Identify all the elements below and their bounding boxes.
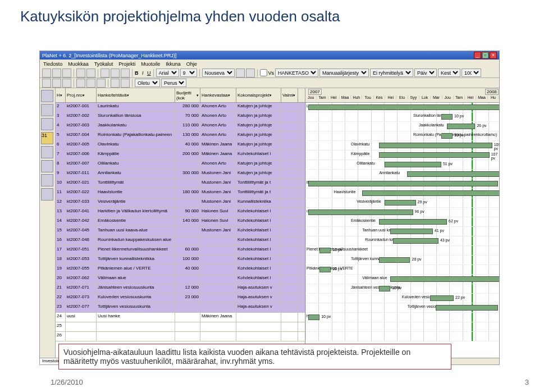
- tool-icon[interactable]: [86, 79, 95, 88]
- font-select[interactable]: Arial: [156, 69, 179, 77]
- table-row[interactable]: 20kt2007-062Välimaan alueKohdekohtaiset …: [56, 275, 305, 284]
- table-row[interactable]: 24uusiUusi hankeMäkinen Jaana: [56, 313, 305, 322]
- tool-icon[interactable]: [62, 69, 71, 78]
- tool-icon[interactable]: [121, 79, 130, 88]
- table-row[interactable]: 10kt2007-021TonttiliittymätMustonen Jani…: [56, 179, 305, 189]
- gantt-row[interactable]: Haavistontie130 pv: [305, 189, 499, 198]
- tool-icon[interactable]: [42, 79, 51, 88]
- menu-item[interactable]: Projekti: [118, 61, 135, 67]
- side-icon[interactable]: [41, 146, 53, 158]
- gantt-bar[interactable]: [441, 133, 453, 139]
- table-row[interactable]: 7kt2007-006Kämppätie200 000Mäkinen Jaana…: [56, 151, 305, 160]
- side-icon[interactable]: 31: [41, 132, 53, 144]
- gantt-row[interactable]: Pitkäniemen alue / VERTE10 pv: [305, 265, 499, 275]
- gantt-row[interactable]: Olavinkatu109 pv: [305, 141, 499, 151]
- tcol1-select[interactable]: Päivä: [414, 69, 437, 77]
- tool-icon[interactable]: [236, 69, 245, 78]
- tool-icon[interactable]: [97, 79, 106, 88]
- zoom-select[interactable]: 100: [462, 69, 481, 77]
- gantt-bar[interactable]: [308, 181, 498, 186]
- gantt-row[interactable]: Jaakkolankatu26 pv: [305, 122, 499, 131]
- table-row[interactable]: 3kt2007-002Siuronkallion länsiosa70 000A…: [56, 112, 305, 122]
- gantt-row[interactable]: Tottijärven vesiosuuskunta57 pv: [305, 303, 499, 313]
- table-row[interactable]: 4kt2007-003Jaakkolankatu110 000Ahonen Ar…: [56, 122, 305, 131]
- gantt-row[interactable]: Välimaan alue111 pv: [305, 275, 499, 284]
- fontsize-select[interactable]: 9: [180, 69, 197, 77]
- side-icon[interactable]: [41, 188, 53, 200]
- view-select[interactable]: Perus: [161, 79, 186, 87]
- gantt-row[interactable]: Laurinkatu244 pv: [305, 103, 499, 112]
- gantt-bar[interactable]: [447, 124, 475, 129]
- table-row[interactable]: 2kt2007-001Laurinkatu280 000Ahonen ArtoK…: [56, 103, 305, 112]
- gantt-bar[interactable]: [379, 152, 490, 158]
- tool-icon[interactable]: [86, 69, 95, 78]
- table-row[interactable]: 11kt2007-022Haavistontie180 000Mustonen …: [56, 189, 305, 198]
- gantt-bar[interactable]: [407, 171, 499, 177]
- menu-item[interactable]: Työkalut: [94, 61, 113, 67]
- sort-select[interactable]: Manuaalijärjesty: [319, 69, 369, 77]
- gantt-bar[interactable]: [379, 143, 492, 148]
- gantt-bar[interactable]: [379, 286, 390, 291]
- tool-icon[interactable]: [111, 79, 120, 88]
- tool-icon[interactable]: [62, 79, 71, 88]
- menu-item[interactable]: Ohje: [186, 61, 197, 67]
- menu-item[interactable]: Muotoile: [141, 61, 160, 67]
- column-header[interactable]: Proj.nro ▾: [66, 88, 97, 102]
- side-icon[interactable]: [41, 118, 53, 130]
- table-row[interactable]: 9kt2007-011Annilankatu300 000Mustonen Ja…: [56, 170, 305, 179]
- gantt-bar[interactable]: [308, 314, 319, 320]
- gantt-bar[interactable]: [385, 162, 441, 167]
- tool-icon[interactable]: [76, 79, 85, 88]
- tool-icon[interactable]: [111, 69, 120, 78]
- gantt-row[interactable]: Tottijärven kunnallistekniikka28 pv: [305, 256, 499, 265]
- table-row[interactable]: 23kt2007-077Tottijärven vesiosuuskuntaHa…: [56, 303, 305, 313]
- table-row[interactable]: 15kt2007-045Tanhuan uusi kaava-alueMusto…: [56, 227, 305, 236]
- gantt-row[interactable]: Kuloveden vesiosuuskunta22 pv: [305, 294, 499, 303]
- gantt-row[interactable]: Annilankatu90 pv: [305, 170, 499, 179]
- column-header[interactable]: Kokonaisprojekt ▾: [236, 88, 281, 102]
- table-row[interactable]: 5kt2007-004Roinionkatu (Pajakallionkatu-…: [56, 131, 305, 141]
- group-select[interactable]: Ei ryhmittelyä: [370, 69, 413, 77]
- side-icon[interactable]: [41, 174, 53, 186]
- gantt-row[interactable]: Tanhuan uusi kaava-alue41 pv: [305, 227, 499, 236]
- gantt-bar[interactable]: [379, 219, 447, 225]
- gantt-bar[interactable]: [319, 267, 331, 272]
- side-icon[interactable]: [41, 104, 53, 116]
- gantt-bar[interactable]: [393, 238, 438, 244]
- gantt-bar[interactable]: [390, 276, 499, 282]
- column-header[interactable]: Budjetti (kok ▾: [175, 88, 200, 102]
- table-row[interactable]: 25: [56, 322, 305, 332]
- gantt-bar[interactable]: [362, 190, 499, 196]
- gantt-bar[interactable]: [436, 305, 498, 311]
- maximize-button[interactable]: ▢: [482, 52, 489, 59]
- tool-icon[interactable]: [42, 69, 51, 78]
- close-button[interactable]: ×: [490, 52, 497, 59]
- column-header[interactable]: Hankevastaa ▾: [200, 88, 236, 102]
- gantt-row[interactable]: hanke10 pv: [305, 313, 499, 322]
- column-header[interactable]: Valmi ▾: [281, 88, 298, 102]
- table-row[interactable]: 22kt2007-073Kuloveden vesiosuuskunta23 0…: [56, 294, 305, 303]
- gantt-row[interactable]: Rounínkadun kauppakeskuksen alue43 pv: [305, 236, 499, 246]
- menu-item[interactable]: Ikkuna: [166, 61, 181, 67]
- table-row[interactable]: 13kt2007-041Harkitien ja Välikadun kiert…: [56, 208, 305, 217]
- table-row[interactable]: 21kt2007-071Jänisahteen vesiosuuskunta12…: [56, 284, 305, 294]
- gantt-row[interactable]: ittymät179 pv: [305, 179, 499, 189]
- menu-item[interactable]: Muokkaa: [68, 61, 89, 67]
- gantt-bar[interactable]: [430, 295, 454, 301]
- table-row[interactable]: 8kt2007-007OllilankatuAhonen ArtoKatujen…: [56, 160, 305, 170]
- table-row[interactable]: 19kt2007-055Pitkäniemen alue / VERTE40 0…: [56, 265, 305, 275]
- table-row[interactable]: 26: [56, 332, 305, 341]
- gantt-bar[interactable]: [390, 229, 433, 234]
- gantt-row[interactable]: [305, 322, 499, 332]
- gantt-row[interactable]: Kämppätie107 pv: [305, 151, 499, 160]
- table-row[interactable]: 18kt2007-053Tottijärven kunnallistekniik…: [56, 256, 305, 265]
- gantt-row[interactable]: Emäkoskentie62 pv: [305, 217, 499, 227]
- gantt-bar[interactable]: [308, 209, 413, 215]
- side-icon[interactable]: [41, 90, 53, 102]
- menu-item[interactable]: Tiedosto: [43, 61, 62, 67]
- gantt-row[interactable]: Jänisahteen vesiosuuskunta10 pv: [305, 284, 499, 294]
- table-row[interactable]: 14kt2007-042Emäkoskentie140 000Halonen S…: [56, 217, 305, 227]
- tool-icon[interactable]: [246, 69, 255, 78]
- tool-icon[interactable]: [76, 69, 85, 78]
- gantt-bar[interactable]: [441, 114, 453, 120]
